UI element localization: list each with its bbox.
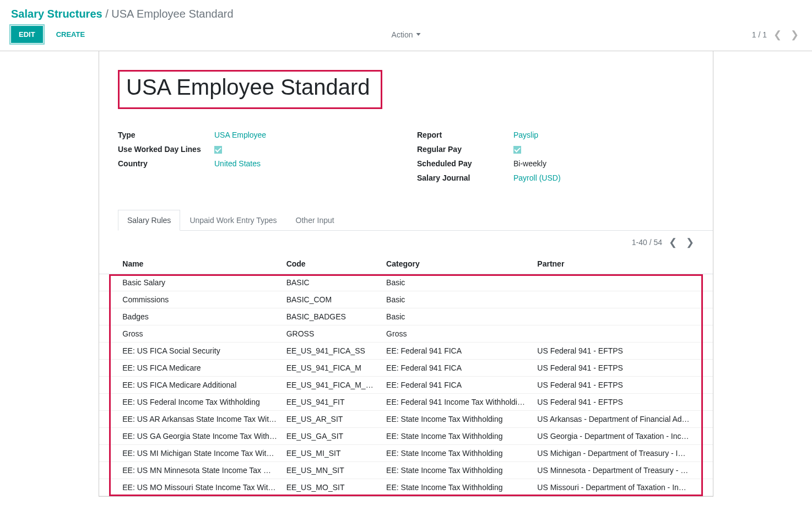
table-row[interactable]: EE: US FICA Social SecurityEE_US_941_FIC… (99, 343, 713, 360)
cell-code: EE_US_MN_SIT (282, 462, 382, 479)
cell-category: EE: State Income Tax Withholding (382, 411, 533, 428)
field-value: USA Employee (214, 131, 395, 139)
field-label: Use Worked Day Lines (118, 145, 214, 154)
breadcrumb-parent[interactable]: Salary Structures (11, 8, 102, 20)
cell-code: EE_US_MO_SIT (282, 479, 382, 496)
field-link[interactable]: USA Employee (214, 131, 266, 139)
cell-category: Basic (382, 274, 533, 291)
cell-name: EE: US MI Michigan State Income Tax Wit… (118, 445, 282, 462)
cell-code: EE_US_941_FICA_M (282, 360, 382, 377)
table-row[interactable]: EE: US MI Michigan State Income Tax Wit…… (99, 445, 713, 462)
cell-category: EE: State Income Tax Withholding (382, 428, 533, 445)
cell-code: EE_US_GA_SIT (282, 428, 382, 445)
col-name[interactable]: Name (118, 254, 282, 274)
cell-code: BASIC_COM (282, 291, 382, 308)
col-code[interactable]: Code (282, 254, 382, 274)
cell-name: EE: US GA Georgia State Income Tax With… (118, 428, 282, 445)
cell-partner: US Federal 941 - EFTPS (533, 360, 694, 377)
field-link[interactable]: Payroll (USD) (513, 173, 561, 182)
cell-partner (533, 325, 694, 343)
table-row[interactable]: EE: US MN Minnesota State Income Tax W…E… (99, 462, 713, 479)
field-link[interactable]: Payslip (513, 131, 538, 139)
cell-code: BASIC_BADGES (282, 308, 382, 325)
cell-category: Basic (382, 308, 533, 325)
field-value: Payroll (USD) (513, 173, 694, 182)
table-row[interactable]: EE: US AR Arkansas State Income Tax Wit…… (99, 411, 713, 428)
col-partner[interactable]: Partner (533, 254, 694, 274)
cell-partner: US Arkansas - Department of Financial Ad… (533, 411, 694, 428)
cell-category: EE: Federal 941 FICA (382, 343, 533, 360)
cell-category: Basic (382, 291, 533, 308)
table-row[interactable]: CommissionsBASIC_COMBasic (99, 291, 713, 308)
field-label: Regular Pay (417, 145, 513, 154)
chevron-down-icon (416, 33, 420, 36)
edit-button[interactable]: EDIT (11, 26, 43, 43)
cell-name: EE: US FICA Medicare Additional (118, 377, 282, 394)
field-label: Scheduled Pay (417, 159, 513, 168)
table-row[interactable]: EE: US GA Georgia State Income Tax With…… (99, 428, 713, 445)
table-row[interactable]: EE: US FICA Medicare AdditionalEE_US_941… (99, 377, 713, 394)
create-button[interactable]: CREATE (50, 27, 91, 42)
breadcrumb-current: USA Employee Standard (111, 8, 233, 20)
field-value: Bi-weekly (513, 159, 694, 168)
field-link[interactable]: United States (214, 159, 261, 168)
checkbox-icon (513, 146, 521, 154)
field-value (214, 145, 395, 154)
cell-code: EE_US_941_FIT (282, 394, 382, 411)
cell-code: EE_US_941_FICA_M_ADD (282, 377, 382, 394)
cell-name: Basic Salary (118, 274, 282, 291)
cell-partner: US Missouri - Department of Taxation - I… (533, 479, 694, 496)
tab-unpaid-work-entry-types[interactable]: Unpaid Work Entry Types (180, 210, 286, 231)
cell-category: EE: State Income Tax Withholding (382, 462, 533, 479)
cell-partner: US Federal 941 - EFTPS (533, 394, 694, 411)
table-row[interactable]: EE: US FICA MedicareEE_US_941_FICA_MEE: … (99, 360, 713, 377)
cell-partner: US Georgia - Department of Taxation - In… (533, 428, 694, 445)
table-next-button[interactable]: ❯ (684, 236, 696, 248)
action-dropdown[interactable]: Action (392, 30, 421, 39)
cell-name: EE: US FICA Medicare (118, 360, 282, 377)
cell-category: Gross (382, 325, 533, 343)
cell-category: EE: State Income Tax Withholding (382, 445, 533, 462)
cell-category: EE: State Income Tax Withholding (382, 479, 533, 496)
table-row[interactable]: EE: US MO Missouri State Income Tax Wit…… (99, 479, 713, 496)
cell-partner: US Federal 941 - EFTPS (533, 343, 694, 360)
tab-other-input[interactable]: Other Input (286, 210, 344, 231)
tab-salary-rules[interactable]: Salary Rules (118, 210, 180, 231)
field-label: Type (118, 131, 214, 139)
cell-name: EE: US AR Arkansas State Income Tax Wit… (118, 411, 282, 428)
cell-code: EE_US_941_FICA_SS (282, 343, 382, 360)
field-value (513, 145, 694, 154)
action-label: Action (392, 30, 413, 39)
cell-partner (533, 274, 694, 291)
prev-record-button[interactable]: ❮ (771, 29, 784, 41)
table-row[interactable]: GrossGROSSGross (99, 325, 713, 343)
field-label: Country (118, 159, 214, 168)
next-record-button[interactable]: ❯ (788, 29, 801, 41)
col-category[interactable]: Category (382, 254, 533, 274)
table-row[interactable]: BadgesBASIC_BADGESBasic (99, 308, 713, 325)
table-row[interactable]: Basic SalaryBASICBasic (99, 274, 713, 291)
cell-code: GROSS (282, 325, 382, 343)
cell-category: EE: Federal 941 FICA (382, 377, 533, 394)
field-value: Payslip (513, 131, 694, 139)
field-label: Salary Journal (417, 173, 513, 182)
table-prev-button[interactable]: ❮ (667, 236, 679, 248)
record-pager: 1 / 1 (752, 30, 767, 39)
table-row[interactable]: EE: US Federal Income Tax WithholdingEE_… (99, 394, 713, 411)
cell-name: EE: US FICA Social Security (118, 343, 282, 360)
cell-name: EE: US MO Missouri State Income Tax Wit… (118, 479, 282, 496)
cell-partner: US Federal 941 - EFTPS (533, 377, 694, 394)
salary-rules-table: Name Code Category Partner Basic SalaryB… (99, 254, 713, 496)
title-highlight: USA Employee Standard (118, 70, 382, 109)
breadcrumb-sep: / (105, 8, 109, 20)
breadcrumb: Salary Structures / USA Employee Standar… (0, 0, 812, 20)
cell-name: EE: US Federal Income Tax Withholding (118, 394, 282, 411)
field-label: Report (417, 131, 513, 139)
cell-code: EE_US_MI_SIT (282, 445, 382, 462)
page-title: USA Employee Standard (126, 75, 370, 100)
cell-category: EE: Federal 941 Income Tax Withholdi… (382, 394, 533, 411)
cell-partner (533, 308, 694, 325)
field-value: United States (214, 159, 395, 168)
cell-category: EE: Federal 941 FICA (382, 360, 533, 377)
cell-name: Gross (118, 325, 282, 343)
